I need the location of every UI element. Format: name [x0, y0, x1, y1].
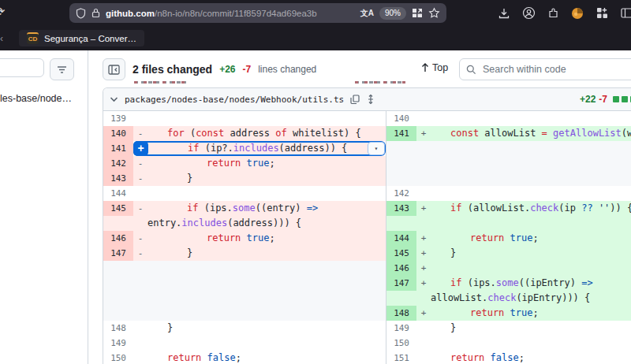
drag-handle-icon[interactable]: [366, 94, 375, 105]
code-line: return false;: [431, 351, 631, 364]
diff-row[interactable]: 144+ return true;: [386, 231, 631, 246]
line-number[interactable]: 141: [386, 126, 416, 141]
code-line: if (ips.some((entry) => entry.includes(a…: [147, 201, 386, 231]
account-button[interactable]: [520, 5, 537, 22]
reload-icon[interactable]: ⟳: [0, 4, 5, 19]
code-line: return true;: [431, 231, 631, 246]
line-number[interactable]: 140: [103, 126, 133, 141]
diff-marker: +: [416, 231, 431, 246]
diff-row[interactable]: 148 }: [103, 321, 386, 336]
diff-row[interactable]: 146- return true;: [103, 231, 386, 246]
total-deletions: -7: [243, 64, 252, 75]
line-number[interactable]: 141: [103, 141, 133, 156]
code-line: }: [431, 321, 631, 336]
line-number[interactable]: 150: [386, 336, 416, 351]
line-number[interactable]: 149: [386, 321, 416, 336]
diff-row[interactable]: 140- for (const address of whitelist) {: [103, 126, 386, 141]
chevron-down-icon[interactable]: [110, 96, 118, 102]
line-number[interactable]: 146: [386, 261, 416, 276]
diff-row[interactable]: 145+ }: [386, 246, 631, 261]
diff-row[interactable]: 143- }: [103, 171, 386, 186]
code-search-box[interactable]: [459, 58, 631, 80]
sidebar-toggle-icon[interactable]: [618, 5, 631, 22]
line-number[interactable]: 148: [103, 321, 133, 336]
line-number[interactable]: 148: [386, 306, 416, 321]
diff-row[interactable]: 150 return false;: [103, 351, 386, 364]
diff-marker: -: [133, 126, 147, 141]
diff-row[interactable]: 141+ if (ip?.includes(address)) {▾: [103, 141, 386, 156]
line-number[interactable]: 147: [386, 276, 416, 291]
diff-row[interactable]: 139: [103, 111, 386, 126]
bookmark-star-icon[interactable]: [428, 7, 440, 19]
search-within-code-input[interactable]: [481, 63, 631, 76]
line-number[interactable]: 147: [103, 246, 133, 261]
diff-row[interactable]: 142- return true;: [103, 156, 386, 171]
line-menu-caret[interactable]: ▾: [368, 142, 385, 155]
diff-row[interactable]: 147- }: [103, 246, 386, 261]
diff-row[interactable]: 142: [386, 186, 631, 201]
diffstat-square: [622, 96, 628, 102]
diff-row[interactable]: 148+ return true;: [386, 306, 631, 321]
line-number[interactable]: 150: [103, 351, 133, 364]
diff-row[interactable]: 151 return false;: [386, 351, 631, 364]
diff-row[interactable]: 147+ if (ips.some((ipEntry) => allowList…: [386, 276, 631, 306]
line-number[interactable]: 142: [103, 156, 133, 171]
extensions-menu-button[interactable]: [593, 5, 610, 22]
line-number[interactable]: 144: [386, 231, 416, 246]
line-number[interactable]: 151: [386, 351, 416, 364]
file-filter-input[interactable]: [0, 58, 44, 77]
extension-icon[interactable]: [544, 5, 562, 22]
add-comment-button[interactable]: +: [133, 141, 148, 156]
shield-icon[interactable]: [76, 8, 86, 19]
code-line: if (allowList.check(ip ?? '')) {: [431, 201, 631, 216]
line-number[interactable]: 144: [103, 186, 133, 201]
line-number[interactable]: 140: [386, 111, 416, 126]
diff-row[interactable]: 149 }: [386, 321, 631, 336]
line-number[interactable]: 146: [103, 231, 133, 246]
diff-row[interactable]: 143+ if (allowList.check(ip ?? '')) {: [386, 201, 631, 231]
translate-icon[interactable]: 文A: [360, 8, 374, 19]
code-line: }: [147, 246, 386, 261]
code-line: }: [431, 246, 631, 261]
top-label: Top: [432, 62, 448, 73]
filter-button[interactable]: [50, 58, 74, 80]
back-to-top-link[interactable]: Top: [421, 62, 448, 73]
code-line: return true;: [431, 306, 631, 321]
line-number[interactable]: 143: [103, 171, 133, 186]
tab-overflow-indicator[interactable]: ‹: [0, 33, 5, 44]
sidebar-collapse-icon: [108, 65, 120, 75]
url-path: /n8n-io/n8n/commit/11f8597d4ad69ea3b: [155, 9, 317, 18]
url-text[interactable]: github.com/n8n-io/n8n/commit/11f8597d4ad…: [106, 9, 355, 18]
line-number[interactable]: 149: [103, 336, 133, 351]
downloads-button[interactable]: [495, 5, 513, 22]
diff-row[interactable]: 146+: [386, 261, 631, 276]
code-line: return false;: [147, 351, 386, 364]
file-additions: +22: [580, 94, 596, 105]
picture-in-picture-icon[interactable]: [412, 8, 423, 18]
diffstat-square: [613, 96, 619, 102]
zoom-level-badge[interactable]: 90%: [379, 7, 406, 20]
line-number[interactable]: 145: [386, 246, 416, 261]
selected-line[interactable]: + if (ip?.includes(address)) {▾: [133, 141, 386, 156]
file-path: packages/nodes-base/nodes/Webhook/utils.…: [125, 95, 344, 105]
file-tree-item[interactable]: les-base/node…: [0, 93, 87, 104]
tab-title: Segurança – Conver…: [44, 34, 136, 43]
line-number[interactable]: 145: [103, 201, 133, 216]
diff-summary-header: 2 files changed +26 -7 lines changed Top: [103, 58, 631, 80]
line-number[interactable]: 143: [386, 201, 416, 216]
diff-row[interactable]: 140: [386, 111, 631, 126]
browser-tab[interactable]: CD Segurança – Conver…: [19, 30, 144, 46]
diff-row[interactable]: 145- if (ips.some((entry) => entry.inclu…: [103, 201, 386, 231]
diff-row[interactable]: 149: [103, 336, 386, 351]
extension-orange-icon[interactable]: [569, 5, 586, 22]
collapse-file-tree-button[interactable]: [103, 58, 125, 80]
address-bar[interactable]: github.com/n8n-io/n8n/commit/11f8597d4ad…: [69, 3, 446, 23]
diff-row[interactable]: 144: [103, 186, 386, 201]
diff-row[interactable]: 150: [386, 336, 631, 351]
code-line: }: [147, 321, 386, 336]
copy-path-icon[interactable]: [350, 95, 360, 105]
line-number[interactable]: 139: [103, 111, 133, 126]
diff-row[interactable]: 141+ const allowList = getAllowList(whit…: [386, 126, 631, 141]
line-number[interactable]: 142: [386, 186, 416, 201]
lock-icon[interactable]: [91, 8, 100, 18]
